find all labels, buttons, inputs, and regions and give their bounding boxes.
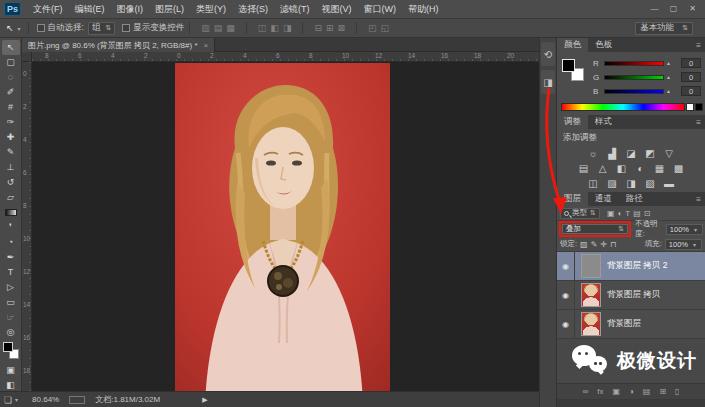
panel-menu-icon[interactable]: ≡ xyxy=(692,38,705,52)
channel-value-field[interactable]: 0 xyxy=(681,86,701,96)
link-layers-icon[interactable]: ∞ xyxy=(582,387,588,396)
vibrance-icon[interactable]: ▽ xyxy=(662,147,676,160)
quick-mask-icon[interactable]: ▣ xyxy=(2,363,20,378)
eyedropper-tool[interactable]: ✑ xyxy=(2,115,20,130)
channel-mixer-icon[interactable]: ▦ xyxy=(653,162,667,175)
channel-value-field[interactable]: 0 xyxy=(681,58,701,68)
adjustment-layer-icon[interactable]: ◑ xyxy=(629,387,634,396)
distribute-bottom-icon[interactable]: ⊠ xyxy=(338,23,346,33)
menu-item[interactable]: 图层(L) xyxy=(149,0,190,18)
slider-marker-icon[interactable]: ▲ xyxy=(666,60,671,66)
clone-stamp-tool[interactable]: ⊥ xyxy=(2,160,20,175)
posterize-icon[interactable]: ▨ xyxy=(605,177,619,190)
lock-pixels-icon[interactable]: ✎ xyxy=(591,240,598,249)
layer-thumbnail[interactable] xyxy=(581,254,601,278)
type-tool[interactable]: T xyxy=(2,265,20,280)
menu-item[interactable]: 图像(I) xyxy=(111,0,150,18)
distribute-top-icon[interactable]: ⊟ xyxy=(314,23,322,33)
distribute-vertical-icon[interactable]: ⊞ xyxy=(326,23,334,33)
canvas[interactable] xyxy=(32,62,539,391)
channel-slider[interactable] xyxy=(604,75,664,80)
healing-brush-tool[interactable]: ✚ xyxy=(2,130,20,145)
new-layer-icon[interactable]: ⊞ xyxy=(659,387,666,396)
workspace-switcher[interactable]: 基本功能 ⇅ xyxy=(635,22,693,35)
tab-channels[interactable]: 通道 xyxy=(588,192,619,206)
menu-item[interactable]: 窗口(W) xyxy=(358,0,403,18)
lock-transparent-icon[interactable]: ▨ xyxy=(580,240,588,249)
color-balance-icon[interactable]: △ xyxy=(596,162,610,175)
menu-item[interactable]: 文件(F) xyxy=(27,0,69,18)
blur-tool[interactable]: ❜ xyxy=(2,220,20,235)
curves-icon[interactable]: ◪ xyxy=(624,147,638,160)
levels-icon[interactable]: ▟ xyxy=(605,147,619,160)
tab-paths[interactable]: 路径 xyxy=(619,192,650,206)
tab-swatches[interactable]: 色板 xyxy=(588,38,619,52)
close-button[interactable]: ✕ xyxy=(683,0,702,18)
layer-thumbnail[interactable] xyxy=(581,283,601,307)
color-lookup-icon[interactable]: ▩ xyxy=(672,162,686,175)
hue-saturation-icon[interactable]: ▤ xyxy=(577,162,591,175)
gradient-tool[interactable] xyxy=(2,205,20,220)
layer-mask-icon[interactable]: ▣ xyxy=(612,387,620,396)
panel-menu-icon[interactable]: ≡ xyxy=(692,192,705,206)
align-bottom-edges-icon[interactable]: ▦ xyxy=(226,23,235,33)
filter-adjustment-layers-icon[interactable]: ◐ xyxy=(617,209,622,218)
vertical-ruler[interactable]: 024681012141618 xyxy=(22,62,32,391)
auto-select-checkbox[interactable] xyxy=(37,24,45,32)
menu-item[interactable]: 帮助(H) xyxy=(402,0,445,18)
menu-item[interactable]: 选择(S) xyxy=(232,0,274,18)
black-white-icon[interactable]: ◧ xyxy=(615,162,629,175)
visibility-eye-icon[interactable]: ◉ xyxy=(557,310,575,339)
slider-marker-icon[interactable]: ▲ xyxy=(666,74,671,80)
menu-item[interactable]: 类型(Y) xyxy=(190,0,232,18)
layer-row[interactable]: ◉背景图层 xyxy=(557,310,705,339)
filter-smart-objects-icon[interactable]: ⊡ xyxy=(644,209,651,218)
slider-marker-icon[interactable]: ▲ xyxy=(666,88,671,94)
move-tool[interactable]: ↖ xyxy=(2,40,20,55)
path-selection-tool[interactable]: ▷ xyxy=(2,280,20,295)
status-expand-icon[interactable]: ▶ xyxy=(202,396,207,404)
foreground-color-swatch[interactable] xyxy=(3,342,13,352)
channel-slider[interactable] xyxy=(604,61,664,66)
maximize-button[interactable]: ▢ xyxy=(664,0,683,18)
layer-row[interactable]: ◉背景图层 拷贝 xyxy=(557,281,705,310)
fill-field[interactable]: 100% ▾ xyxy=(665,239,702,250)
brightness-contrast-icon[interactable]: ☼ xyxy=(586,147,600,160)
channel-slider[interactable] xyxy=(604,89,664,94)
threshold-icon[interactable]: ◨ xyxy=(624,177,638,190)
auto-select-dropdown[interactable]: 组 ⇅ xyxy=(88,22,115,35)
layer-style-icon[interactable]: fx xyxy=(597,387,603,396)
history-brush-tool[interactable]: ↺ xyxy=(2,175,20,190)
quick-selection-tool[interactable]: ✐ xyxy=(2,85,20,100)
align-top-edges-icon[interactable]: ▥ xyxy=(201,23,210,33)
zoom-level-field[interactable]: 80.64% xyxy=(32,395,59,404)
spectrum-white-swatch[interactable] xyxy=(686,103,694,111)
properties-panel-icon[interactable]: ◨ xyxy=(541,70,555,94)
lock-all-icon[interactable]: ⊓ xyxy=(610,240,616,249)
delete-layer-icon[interactable]: ▯ xyxy=(675,387,679,396)
chevron-down-icon[interactable]: ▾ xyxy=(18,25,21,32)
lasso-tool[interactable]: ◌ xyxy=(2,70,20,85)
selective-color-icon[interactable]: ▬ xyxy=(662,177,676,190)
pen-tool[interactable]: ✒ xyxy=(2,250,20,265)
filter-type-layers-icon[interactable]: T xyxy=(625,209,630,218)
foreground-color-swatch[interactable] xyxy=(562,59,575,72)
3d-mode-icon[interactable]: ◱ xyxy=(381,23,390,33)
close-tab-icon[interactable]: × xyxy=(204,41,209,50)
align-horizontal-centers-icon[interactable]: ◧ xyxy=(270,23,279,33)
visibility-eye-icon[interactable]: ◉ xyxy=(557,281,575,310)
tab-color[interactable]: 颜色 xyxy=(557,38,588,52)
align-left-edges-icon[interactable]: ◫ xyxy=(258,23,267,33)
color-spectrum-ramp[interactable] xyxy=(561,103,685,111)
arrange-documents-button[interactable]: ❏ ▾ xyxy=(4,395,20,405)
layer-filter-type-dropdown[interactable]: 类型 ⇅ xyxy=(560,208,600,219)
opacity-field[interactable]: 100% ▾ xyxy=(666,224,703,235)
filter-pixel-layers-icon[interactable]: ▣ xyxy=(607,209,615,218)
invert-icon[interactable]: ◫ xyxy=(586,177,600,190)
gradient-map-icon[interactable]: ▧ xyxy=(643,177,657,190)
filter-shape-layers-icon[interactable]: ▤ xyxy=(633,209,641,218)
horizontal-ruler[interactable]: 864202468101214161820 xyxy=(32,52,539,62)
history-panel-icon[interactable]: ⟲ xyxy=(541,42,555,66)
layer-thumbnail[interactable] xyxy=(581,312,601,336)
spectrum-black-swatch[interactable] xyxy=(695,103,703,111)
